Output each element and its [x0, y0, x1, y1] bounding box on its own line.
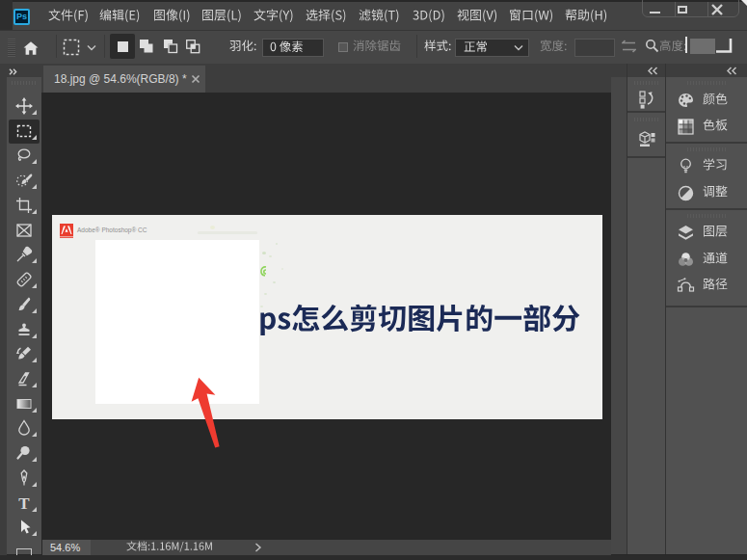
svg-text:T: T — [18, 494, 30, 512]
